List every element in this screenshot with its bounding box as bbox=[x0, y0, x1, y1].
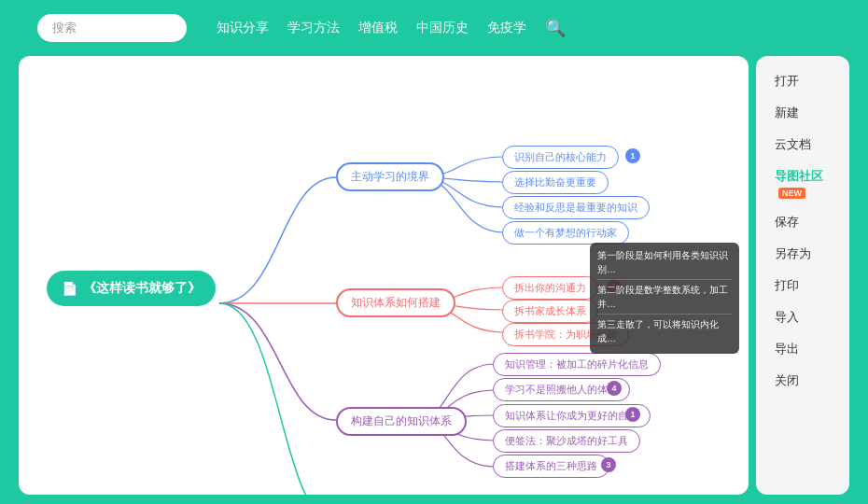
branch-3-label: 构建自己的知识体系 bbox=[351, 414, 452, 427]
search-icon[interactable]: 🔍 bbox=[545, 18, 566, 38]
tooltip-line-3: 第三走散了，可以将知识内化成… bbox=[597, 317, 732, 348]
sidebar-export[interactable]: 导出 bbox=[756, 333, 849, 365]
leaf-b1-2[interactable]: 选择比勤奋更重要 bbox=[502, 171, 609, 194]
tooltip-line-1: 第一阶段是如何利用各类知识识别… bbox=[597, 248, 732, 280]
nav-item-4[interactable]: 中国历史 bbox=[416, 20, 469, 36]
leaf-b2-1[interactable]: 拆出你的沟通力 bbox=[502, 276, 598, 300]
search-bar[interactable]: 搜索 bbox=[37, 14, 187, 42]
sidebar: 打开 新建 云文档 导图社区 NEW 保存 另存为 打印 导入 导出 关闭 bbox=[756, 56, 849, 495]
new-badge: NEW bbox=[778, 188, 805, 199]
branch-1[interactable]: 主动学习的境界 bbox=[336, 162, 444, 191]
nav-item-3[interactable]: 增值税 bbox=[358, 20, 398, 36]
sidebar-new[interactable]: 新建 bbox=[756, 97, 849, 129]
leaf-b1-3[interactable]: 经验和反思是最重要的知识 bbox=[502, 196, 650, 219]
leaf-b1-4[interactable]: 做一个有梦想的行动家 bbox=[502, 221, 629, 245]
nav-item-2[interactable]: 学习方法 bbox=[287, 20, 340, 36]
search-placeholder: 搜索 bbox=[52, 20, 77, 36]
main-content: 📄 《这样读书就够了》 主动学习的境界 识别自己的核心能力 1 选择比勤奋更重要… bbox=[19, 56, 849, 495]
branch-2[interactable]: 知识体系如何搭建 bbox=[336, 288, 455, 317]
root-icon: 📄 bbox=[62, 281, 77, 296]
leaf-b3-5[interactable]: 搭建体系的三种思路 bbox=[493, 455, 609, 478]
tooltip-line-2: 第二阶段是数学整数系统，加工并… bbox=[597, 283, 732, 315]
root-node: 📄 《这样读书就够了》 bbox=[47, 271, 216, 306]
mindmap-card: 📄 《这样读书就够了》 主动学习的境界 识别自己的核心能力 1 选择比勤奋更重要… bbox=[19, 56, 749, 495]
leaf-b3-1[interactable]: 知识管理：被加工的碎片化信息 bbox=[493, 353, 661, 376]
tooltip-box: 第一阶段是如何利用各类知识识别… 第二阶段是数学整数系统，加工并… 第三走散了，… bbox=[590, 243, 739, 354]
root-label: 《这样读书就够了》 bbox=[83, 280, 201, 297]
header: 搜索 知识分享 学习方法 增值税 中国历史 免疫学 🔍 bbox=[0, 0, 868, 56]
sidebar-import[interactable]: 导入 bbox=[756, 301, 849, 333]
leaf-b2-2[interactable]: 拆书家成长体系 bbox=[502, 300, 598, 323]
nav-item-1[interactable]: 知识分享 bbox=[217, 20, 269, 36]
branch-1-label: 主动学习的境界 bbox=[351, 170, 429, 183]
sidebar-cloud[interactable]: 云文档 bbox=[756, 129, 849, 161]
branch-3[interactable]: 构建自己的知识体系 bbox=[336, 407, 467, 436]
leaf-b1-1[interactable]: 识别自己的核心能力 bbox=[502, 146, 619, 169]
sidebar-community[interactable]: 导图社区 NEW bbox=[756, 161, 849, 206]
nav-item-5[interactable]: 免疫学 bbox=[487, 20, 526, 36]
sidebar-save[interactable]: 保存 bbox=[756, 206, 849, 238]
sidebar-saveas[interactable]: 另存为 bbox=[756, 238, 849, 270]
sidebar-open[interactable]: 打开 bbox=[756, 65, 849, 97]
sidebar-close[interactable]: 关闭 bbox=[756, 365, 849, 397]
nav-items: 知识分享 学习方法 增值税 中国历史 免疫学 bbox=[217, 20, 526, 36]
branch-2-label: 知识体系如何搭建 bbox=[351, 296, 441, 309]
sidebar-print[interactable]: 打印 bbox=[756, 270, 849, 301]
leaf-b3-4[interactable]: 便签法：聚沙成塔的好工具 bbox=[493, 429, 640, 453]
